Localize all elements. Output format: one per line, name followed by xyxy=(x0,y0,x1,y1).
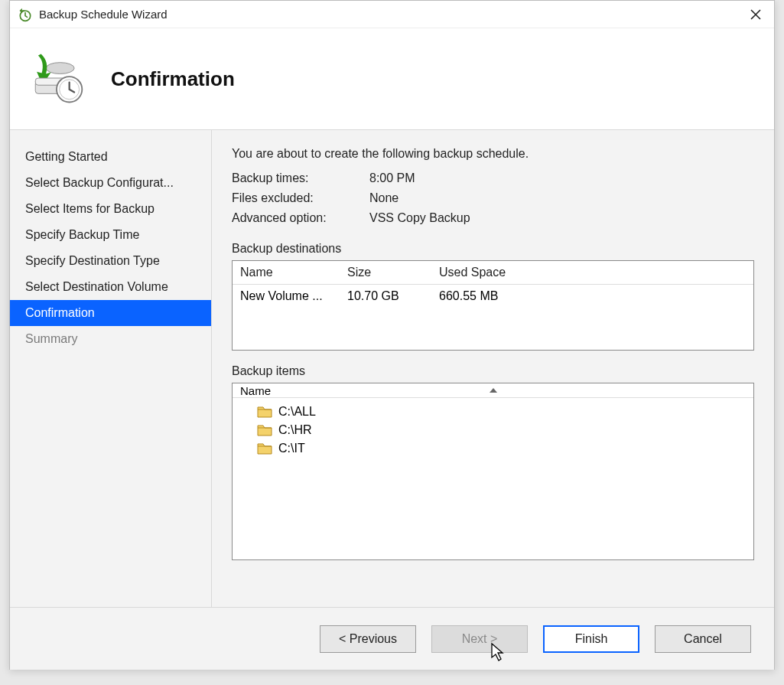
window-title: Backup Schedule Wizard xyxy=(39,8,740,21)
wizard-steps-nav: Getting Started Select Backup Configurat… xyxy=(10,130,212,607)
step-select-destination-volume[interactable]: Select Destination Volume xyxy=(10,274,211,300)
page-title: Confirmation xyxy=(111,67,235,91)
col-used-header[interactable]: Used Space xyxy=(439,266,561,279)
destination-size: 10.70 GB xyxy=(347,289,439,303)
kv-files-excluded: Files excluded: None xyxy=(232,188,754,208)
svg-point-1 xyxy=(46,62,74,73)
wizard-header-icon xyxy=(22,50,91,109)
files-excluded-label: Files excluded: xyxy=(232,191,369,205)
finish-button[interactable]: Finish xyxy=(543,625,639,653)
folder-icon xyxy=(257,423,272,437)
wizard-footer: < Previous Next > Finish Cancel xyxy=(10,607,774,670)
destinations-header-row: Name Size Used Space xyxy=(233,261,753,285)
cancel-button[interactable]: Cancel xyxy=(655,625,751,653)
wizard-steps-list: Getting Started Select Backup Configurat… xyxy=(10,144,211,352)
backup-destinations-list[interactable]: Name Size Used Space New Volume ... 10.7… xyxy=(232,260,754,351)
col-size-header[interactable]: Size xyxy=(347,266,439,279)
close-button[interactable] xyxy=(740,3,771,26)
backup-item-row[interactable]: C:\IT xyxy=(233,439,753,458)
backup-item-path: C:\HR xyxy=(278,423,312,437)
wizard-header: Confirmation xyxy=(10,28,774,129)
items-header-row[interactable]: Name xyxy=(233,383,753,398)
step-specify-backup-time[interactable]: Specify Backup Time xyxy=(10,222,211,248)
step-getting-started[interactable]: Getting Started xyxy=(10,144,211,170)
files-excluded-value: None xyxy=(369,191,399,205)
advanced-option-value: VSS Copy Backup xyxy=(369,211,470,225)
backup-times-label: Backup times: xyxy=(232,171,369,185)
previous-button[interactable]: < Previous xyxy=(320,625,416,653)
step-summary: Summary xyxy=(10,326,211,352)
advanced-option-label: Advanced option: xyxy=(232,211,369,225)
kv-advanced-option: Advanced option: VSS Copy Backup xyxy=(232,208,754,228)
backup-items-label: Backup items xyxy=(232,364,754,378)
step-select-items[interactable]: Select Items for Backup xyxy=(10,196,211,222)
backup-item-path: C:\IT xyxy=(278,442,305,455)
destination-name: New Volume ... xyxy=(240,289,347,303)
kv-backup-times: Backup times: 8:00 PM xyxy=(232,168,754,188)
step-specify-destination-type[interactable]: Specify Destination Type xyxy=(10,248,211,274)
sort-ascending-icon xyxy=(490,388,497,393)
destination-used: 660.55 MB xyxy=(439,289,561,303)
backup-destinations-label: Backup destinations xyxy=(232,242,754,256)
step-confirmation[interactable]: Confirmation xyxy=(10,300,211,326)
next-button: Next > xyxy=(431,625,528,653)
wizard-content: You are about to create the following ba… xyxy=(212,130,774,607)
backup-item-path: C:\ALL xyxy=(278,405,316,419)
folder-icon xyxy=(257,442,272,455)
wizard-dialog: Backup Schedule Wizard Confirmation xyxy=(9,0,775,670)
col-name-header[interactable]: Name xyxy=(240,266,347,279)
folder-icon xyxy=(257,405,272,419)
destination-row[interactable]: New Volume ... 10.70 GB 660.55 MB xyxy=(233,285,753,308)
backup-item-row[interactable]: C:\HR xyxy=(233,421,753,439)
backup-times-value: 8:00 PM xyxy=(369,171,415,185)
titlebar: Backup Schedule Wizard xyxy=(10,1,774,28)
step-select-backup-config[interactable]: Select Backup Configurat... xyxy=(10,170,211,196)
app-icon xyxy=(18,7,33,22)
backup-item-row[interactable]: C:\ALL xyxy=(233,403,753,421)
items-col-name-header: Name xyxy=(240,384,271,397)
wizard-body: Getting Started Select Backup Configurat… xyxy=(10,129,774,607)
backup-items-list[interactable]: Name C:\ALL C:\HR xyxy=(232,383,754,560)
intro-text: You are about to create the following ba… xyxy=(232,147,754,161)
items-body: C:\ALL C:\HR C:\IT xyxy=(233,398,753,462)
